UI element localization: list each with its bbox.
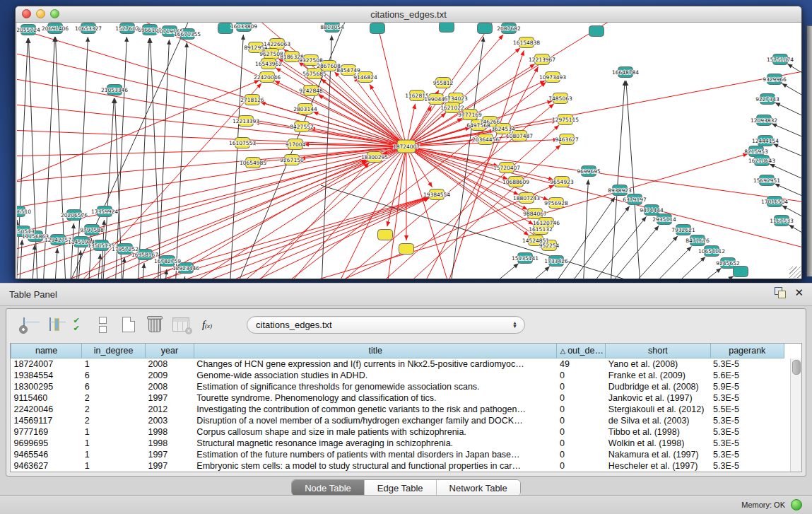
column-header-short[interactable]: short xyxy=(606,344,710,358)
table-cell: Tourette syndrome. Phenomenology and cla… xyxy=(194,392,557,404)
column-visibility-icon[interactable] xyxy=(41,315,59,334)
table-cell: 49 xyxy=(557,358,606,370)
table-cell: 2008 xyxy=(145,358,194,370)
graph-node-label: 9654923 xyxy=(550,179,574,185)
table-row[interactable]: 1830029562008Estimation of significance … xyxy=(11,381,784,392)
graph-node[interactable] xyxy=(440,23,454,33)
table-cell: Tibbo et al. (1998) xyxy=(606,426,710,438)
table-cell: Genome-wide association studies in ADHD. xyxy=(194,370,557,381)
float-panel-icon[interactable] xyxy=(775,287,786,298)
new-table-icon[interactable] xyxy=(119,315,138,334)
tab-edge-table[interactable]: Edge Table xyxy=(365,480,437,496)
graph-node-label: 1615132 xyxy=(529,226,553,233)
table-options-icon[interactable] xyxy=(15,315,33,334)
network-canvas[interactable]: 1872400718300295193845548912954142260639… xyxy=(17,23,801,279)
graph-node[interactable] xyxy=(378,230,393,240)
table-row[interactable]: 2242004622012Investigating the contribut… xyxy=(11,404,784,415)
node-table-grid[interactable]: namein_degreeyeartitle△out_de…shortpager… xyxy=(11,344,784,472)
memory-ok-indicator[interactable] xyxy=(791,499,802,510)
table-cell: 5.3E-5 xyxy=(710,449,784,460)
graph-node-label: 17016504 xyxy=(761,199,788,205)
graph-node-label: 25206510 xyxy=(17,209,31,215)
tab-node-table[interactable]: Node Table xyxy=(292,480,365,496)
scrollbar-thumb[interactable] xyxy=(792,360,801,375)
table-cell: 18724007 xyxy=(11,358,82,370)
graph-node[interactable] xyxy=(478,23,493,34)
close-panel-icon[interactable]: ✕ xyxy=(794,287,804,298)
graph-node-label: 6379197 xyxy=(623,197,647,203)
column-header-pagerank[interactable]: pagerank xyxy=(710,344,784,358)
column-header-out_de[interactable]: △out_de… xyxy=(557,344,606,358)
table-cell: 1 xyxy=(82,460,146,472)
graph-node-label: 7485063 xyxy=(548,95,572,102)
table-cell: 5.3E-5 xyxy=(710,426,784,438)
table-cell: 2012 xyxy=(145,404,194,415)
sort-ascending-icon: △ xyxy=(560,347,565,355)
graph-node-label: 12923446 xyxy=(172,265,199,271)
graph-node-label: 22420046 xyxy=(254,74,281,81)
table-cell: 2 xyxy=(82,404,146,415)
table-row[interactable]: 969969511998Structural magnetic resonanc… xyxy=(11,438,784,449)
row-list-icon[interactable] xyxy=(93,315,112,334)
graph-node-label: 6497568 xyxy=(466,122,490,129)
column-header-in_degree[interactable]: in_degree xyxy=(82,344,146,358)
graph-node-label: 8471676 xyxy=(686,238,710,244)
graph-node-label: 1621022 xyxy=(440,105,464,111)
tab-network-table[interactable]: Network Table xyxy=(437,480,520,496)
table-cell: Estimation of the future numbers of pati… xyxy=(194,449,557,460)
table-cell: 5.3E-5 xyxy=(710,392,784,404)
table-cell: Embryonic stem cells: a model to study s… xyxy=(194,460,557,472)
table-cell: Nakamura et al. (1997) xyxy=(606,449,710,460)
graph-node[interactable] xyxy=(370,23,385,34)
graph-node-label: 12213967 xyxy=(529,57,555,63)
table-cell: 0 xyxy=(557,392,606,404)
graph-node-label: 10973493 xyxy=(539,74,566,81)
table-header-row[interactable]: namein_degreeyeartitle△out_de…shortpager… xyxy=(11,344,784,358)
table-cell: Estimation of significance thresholds fo… xyxy=(194,381,557,392)
graph-node-label: 9474444 xyxy=(640,207,664,214)
minimize-window-button[interactable] xyxy=(36,9,45,18)
table-cell: Wolkin et al. (1998) xyxy=(606,438,710,449)
table-cell: 0 xyxy=(557,449,606,460)
graph-node-label: 8454749 xyxy=(336,67,360,74)
function-builder-icon[interactable]: f(x) xyxy=(198,315,216,334)
graph-node-label: 16033809 xyxy=(230,23,257,30)
column-header-year[interactable]: year xyxy=(145,344,194,358)
table-row[interactable]: 1938455462009Genome-wide association stu… xyxy=(11,370,784,381)
citation-network-graph[interactable]: 1872400718300295193845548912954142260639… xyxy=(17,23,801,279)
graph-node-label: 16782759 xyxy=(154,258,181,264)
window-resize-grip[interactable] xyxy=(789,267,801,278)
close-window-button[interactable] xyxy=(22,9,31,18)
graph-node[interactable] xyxy=(399,244,414,255)
table-vertical-scrollbar[interactable] xyxy=(790,358,801,472)
zoom-window-button[interactable] xyxy=(50,9,59,18)
table-row[interactable]: 977716911998Corpus callosum shape and si… xyxy=(11,426,784,438)
table-cell: 5.3E-5 xyxy=(710,415,784,426)
graph-node-label: 16210643 xyxy=(748,158,775,164)
graph-node-label: 9267150 xyxy=(280,157,304,163)
graph-node-label: 9146824 xyxy=(353,74,377,81)
row-selection-icon[interactable]: ✔✔ xyxy=(67,315,86,334)
delete-table-icon[interactable] xyxy=(146,315,164,334)
graph-node[interactable] xyxy=(734,267,748,277)
graph-node-label: 952254 xyxy=(539,243,560,249)
graph-node-label: 9242848 xyxy=(299,88,323,94)
table-cell: 2 xyxy=(82,392,146,404)
graph-node-label: 15720407 xyxy=(493,165,520,171)
graph-node-label: 10654985 xyxy=(240,160,266,166)
table-row[interactable]: 911546021997Tourette syndrome. Phenomeno… xyxy=(11,392,784,404)
column-header-title[interactable]: title xyxy=(194,344,557,358)
table-selector-dropdown[interactable]: citations_edges.txt ▲▼ xyxy=(247,316,525,334)
table-row[interactable]: 946362711997Embryonic stem cells: a mode… xyxy=(11,460,784,472)
graph-node-label: 20691406 xyxy=(42,25,69,32)
graph-node-label: 18807243 xyxy=(513,195,540,201)
table-row[interactable]: 1872400712008Changes of HCN gene express… xyxy=(11,358,784,370)
graph-node[interactable] xyxy=(589,26,604,37)
table-cell: 6 xyxy=(82,381,146,392)
table-cell: de Silva et al. (2003) xyxy=(606,415,710,426)
table-row[interactable]: 946554611997Estimation of the future num… xyxy=(11,449,784,460)
graph-node-label: 20206576 xyxy=(61,212,88,218)
window-titlebar[interactable]: citations_edges.txt xyxy=(16,6,801,23)
table-row[interactable]: 1456911722003Disruption of a novel membe… xyxy=(11,415,784,426)
column-header-name[interactable]: name xyxy=(11,344,82,358)
